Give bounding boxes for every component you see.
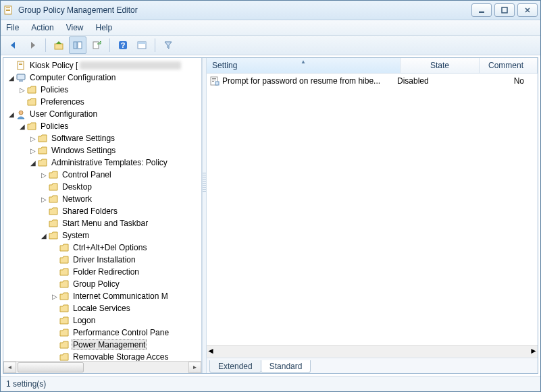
- splitter[interactable]: [202, 58, 207, 373]
- tree-item[interactable]: Kiosk Policy [: [5, 59, 181, 72]
- tree-item[interactable]: ◢Policies: [5, 120, 181, 132]
- scroll-track[interactable]: [16, 362, 188, 372]
- tree-item[interactable]: ▷Windows Settings: [5, 144, 181, 157]
- tree-item-label: Locale Services: [72, 304, 132, 313]
- tree[interactable]: Kiosk Policy [◢Computer Configuration▷Po…: [3, 58, 201, 361]
- svg-point-19: [19, 111, 23, 115]
- scroll-right-button[interactable]: ►: [188, 362, 201, 373]
- col-comment[interactable]: Comment: [480, 58, 538, 73]
- tree-item[interactable]: ▷Software Settings: [5, 132, 181, 144]
- expand-icon[interactable]: ▷: [40, 171, 48, 179]
- up-button[interactable]: [50, 36, 68, 54]
- list-body[interactable]: Prompt for password on resume from hibe.…: [207, 74, 538, 345]
- svg-rect-7: [74, 42, 77, 49]
- svg-rect-23: [212, 81, 214, 82]
- tree-item[interactable]: Start Menu and Taskbar: [5, 217, 181, 229]
- folder-icon: [59, 254, 70, 265]
- col-setting[interactable]: Setting ▲: [207, 58, 401, 73]
- tree-item[interactable]: Shared Folders: [5, 205, 181, 217]
- tree-item[interactable]: ◢System: [5, 229, 181, 242]
- status-bar: 1 setting(s): [1, 376, 540, 391]
- folder-icon: [48, 169, 59, 180]
- folder-icon: [59, 303, 70, 314]
- close-button[interactable]: [517, 3, 538, 17]
- tree-item-label: Network: [61, 194, 93, 204]
- menu-action[interactable]: Action: [31, 23, 53, 32]
- collapse-icon[interactable]: ◢: [7, 111, 16, 118]
- expand-icon[interactable]: ▷: [51, 293, 59, 300]
- export-button[interactable]: [88, 36, 105, 54]
- app-icon: [3, 5, 14, 16]
- computer-icon: [16, 72, 26, 83]
- tree-item-label: User Configuration: [28, 109, 99, 119]
- tree-item[interactable]: Logon: [5, 314, 181, 327]
- show-tree-button[interactable]: [69, 36, 86, 54]
- folder-icon: [48, 194, 59, 204]
- folder-icon: [59, 291, 70, 302]
- col-state[interactable]: State: [401, 58, 480, 73]
- scroll-left-button[interactable]: ◄: [207, 346, 215, 358]
- tree-item[interactable]: Group Policy: [5, 278, 181, 290]
- tree-item[interactable]: Desktop: [5, 181, 181, 193]
- window-buttons: [471, 3, 538, 17]
- tree-item[interactable]: ▷Control Panel: [5, 169, 181, 181]
- tree-item[interactable]: ▷Network: [5, 193, 181, 205]
- expand-icon[interactable]: ▷: [29, 135, 37, 142]
- menu-file[interactable]: File: [6, 23, 19, 32]
- tree-item[interactable]: ▷Policies: [5, 84, 181, 96]
- menu-view[interactable]: View: [66, 23, 84, 32]
- tree-item[interactable]: Locale Services: [5, 302, 181, 314]
- tree-item[interactable]: Performance Control Pane: [5, 327, 181, 339]
- forward-button[interactable]: [24, 36, 41, 54]
- tree-hscroll[interactable]: ◄ ►: [3, 361, 201, 373]
- state-cell: Disabled: [392, 76, 465, 86]
- menu-help[interactable]: Help: [96, 23, 113, 32]
- collapse-icon[interactable]: ◢: [40, 232, 48, 240]
- folder-icon: [48, 230, 59, 241]
- tree-item[interactable]: ◢User Configuration: [5, 108, 181, 120]
- folder-icon: [37, 145, 48, 156]
- tab-standard[interactable]: Standard: [261, 360, 311, 373]
- options-button[interactable]: [133, 36, 151, 54]
- scroll-left-button[interactable]: ◄: [3, 362, 16, 373]
- body: Kiosk Policy [◢Computer Configuration▷Po…: [3, 57, 538, 374]
- tree-item[interactable]: Ctrl+Alt+Del Options: [5, 242, 181, 254]
- scroll-right-button[interactable]: ►: [530, 346, 538, 358]
- collapse-icon[interactable]: ◢: [7, 74, 16, 82]
- tree-item-label: Computer Configuration: [28, 73, 117, 82]
- tree-item[interactable]: ◢Administrative Templates: Policy: [5, 157, 181, 169]
- splitter-grip[interactable]: [203, 173, 206, 193]
- status-text: 1 setting(s): [6, 379, 46, 389]
- tree-item[interactable]: Folder Redirection: [5, 266, 181, 278]
- tree-item[interactable]: ◢Computer Configuration: [5, 72, 181, 84]
- tree-item-label: Group Policy: [72, 279, 121, 289]
- list-row[interactable]: Prompt for password on resume from hibe.…: [207, 74, 538, 87]
- list-hscroll[interactable]: ◄ ►: [207, 345, 538, 358]
- expand-icon[interactable]: ▷: [40, 196, 48, 203]
- separator: [109, 38, 110, 52]
- collapse-icon[interactable]: ◢: [29, 159, 37, 167]
- tree-item-label: Power Management: [72, 339, 147, 350]
- tree-item[interactable]: Driver Installation: [5, 254, 181, 266]
- toolbar: ?: [1, 36, 540, 55]
- minimize-button[interactable]: [471, 3, 492, 17]
- collapse-icon[interactable]: ◢: [18, 123, 26, 130]
- tree-item[interactable]: Removable Storage Acces: [5, 351, 181, 361]
- scroll-track[interactable]: [215, 346, 530, 358]
- tab-extended[interactable]: Extended: [209, 360, 261, 373]
- comment-cell: No: [465, 76, 538, 86]
- expand-icon[interactable]: ▷: [18, 86, 26, 94]
- svg-rect-8: [78, 42, 82, 49]
- maximize-button[interactable]: [494, 3, 515, 17]
- scroll-thumb[interactable]: [18, 362, 84, 372]
- tree-item[interactable]: Preferences: [5, 96, 181, 108]
- tree-item[interactable]: Power Management: [5, 339, 181, 351]
- svg-rect-3: [6, 10, 10, 11]
- tree-item-label: Software Settings: [50, 134, 116, 143]
- filter-button[interactable]: [159, 36, 177, 54]
- expand-icon[interactable]: ▷: [29, 147, 37, 155]
- help-button[interactable]: ?: [114, 36, 132, 54]
- window-title: Group Policy Management Editor: [18, 5, 471, 15]
- tree-item[interactable]: ▷Internet Communication M: [5, 290, 181, 302]
- back-button[interactable]: [5, 36, 22, 54]
